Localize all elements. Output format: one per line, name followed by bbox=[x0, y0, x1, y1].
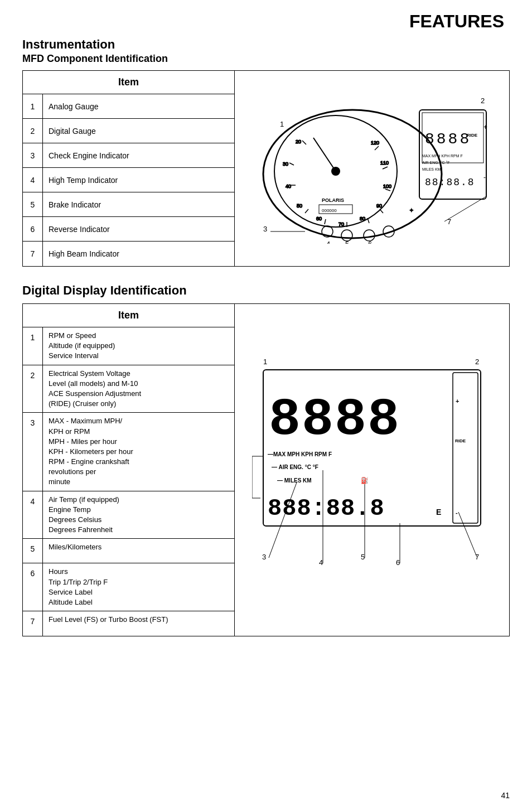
svg-line-24 bbox=[383, 167, 388, 169]
svg-text:+: + bbox=[456, 398, 459, 404]
svg-text:50: 50 bbox=[297, 203, 302, 209]
row-number: 3 bbox=[23, 413, 43, 490]
table-row: 4 Air Temp (if equipped)Engine TempDegre… bbox=[23, 491, 234, 539]
row-number: 5 bbox=[23, 539, 43, 563]
svg-text:+: + bbox=[483, 123, 487, 131]
svg-line-52 bbox=[444, 196, 486, 221]
svg-point-27 bbox=[331, 167, 340, 176]
table-row: 3 MAX - Maximum MPH/ KPH or RPMMPH - Mil… bbox=[23, 413, 234, 491]
row-number: 5 bbox=[23, 192, 43, 216]
svg-text:MILES KM: MILES KM bbox=[422, 167, 441, 171]
row-number: 1 bbox=[23, 327, 43, 365]
row-label: Analog Gauge bbox=[43, 98, 234, 115]
svg-text:AIR  ENG. °C °F: AIR ENG. °C °F bbox=[422, 161, 450, 165]
table-row: 2 Electrical System VoltageLevel (all mo… bbox=[23, 365, 234, 413]
row-label: HoursTrip 1/Trip 2/Trip FService LabelAl… bbox=[43, 563, 234, 611]
svg-text:5: 5 bbox=[345, 240, 349, 244]
svg-text:— AIR  ENG. °C °F: — AIR ENG. °C °F bbox=[272, 464, 318, 470]
digital-table-header: Item bbox=[23, 304, 234, 327]
table-row: 1 RPM or SpeedAltitude (if equipped)Serv… bbox=[23, 327, 234, 365]
svg-line-19 bbox=[325, 219, 326, 224]
table-row: 2 Digital Gauge bbox=[23, 119, 234, 143]
row-label: Miles/Kilometers bbox=[43, 539, 234, 556]
svg-text:⛽: ⛽ bbox=[361, 476, 369, 484]
row-label: Brake Indicator bbox=[43, 196, 234, 214]
row-number: 6 bbox=[23, 217, 43, 241]
table-row: 3 Check Engine Indicator bbox=[23, 143, 234, 168]
digital-display-diagram: 1 2 8888 + RIDE - —MAX MPH KPH RPM F — A… bbox=[235, 304, 509, 636]
svg-text:3: 3 bbox=[263, 225, 267, 233]
svg-text:6: 6 bbox=[368, 240, 372, 244]
svg-text:80: 80 bbox=[360, 216, 365, 221]
digital-identification-table: Item 1 RPM or SpeedAltitude (if equipped… bbox=[22, 303, 510, 636]
svg-line-79 bbox=[458, 512, 477, 557]
svg-point-44 bbox=[364, 230, 375, 241]
instrumentation-subtitle: MFD Component Identification bbox=[22, 53, 510, 65]
svg-line-16 bbox=[289, 163, 294, 165]
table-row: 6 Reverse Indicator bbox=[23, 217, 234, 242]
svg-point-43 bbox=[341, 230, 352, 241]
svg-text:4: 4 bbox=[319, 558, 323, 567]
svg-line-18 bbox=[305, 209, 308, 213]
svg-text:MAX MPH KPH RPM F: MAX MPH KPH RPM F bbox=[422, 154, 463, 158]
svg-text:8888: 8888 bbox=[269, 390, 400, 450]
row-number: 4 bbox=[23, 168, 43, 192]
svg-text:1: 1 bbox=[280, 120, 284, 128]
svg-text:3: 3 bbox=[262, 553, 266, 561]
svg-text:70: 70 bbox=[338, 221, 344, 227]
svg-text:1: 1 bbox=[263, 358, 267, 366]
svg-text:✦: ✦ bbox=[408, 206, 415, 215]
table-row: 5 Brake Indicator bbox=[23, 192, 234, 217]
svg-line-22 bbox=[380, 209, 383, 213]
row-label: RPM or SpeedAltitude (if equipped)Servic… bbox=[43, 327, 234, 365]
digital-item-table: Item 1 RPM or SpeedAltitude (if equipped… bbox=[23, 304, 235, 636]
row-number: 4 bbox=[23, 491, 43, 539]
mfd-item-table: Item 1 Analog Gauge 2 Digital Gauge 3 Ch… bbox=[23, 71, 235, 266]
svg-text:60: 60 bbox=[316, 216, 322, 221]
row-label: Electrical System VoltageLevel (all mode… bbox=[43, 365, 234, 413]
svg-rect-57 bbox=[453, 373, 478, 523]
svg-line-25 bbox=[375, 146, 379, 150]
svg-point-2 bbox=[263, 110, 442, 238]
svg-text:—MAX MPH KPH RPM F: —MAX MPH KPH RPM F bbox=[268, 451, 332, 457]
row-label: Fuel Level (FS) or Turbo Boost (FST) bbox=[43, 611, 234, 628]
mfd-diagram: 2 1 20 30 40 50 60 70 80 90 100 110 120 bbox=[235, 71, 509, 266]
digital-diagram-svg: 1 2 8888 + RIDE - —MAX MPH KPH RPM F — A… bbox=[252, 353, 492, 587]
svg-text:100: 100 bbox=[383, 184, 391, 189]
svg-text:888:88.8: 888:88.8 bbox=[268, 495, 385, 522]
table-row: 5 Miles/Kilometers bbox=[23, 539, 234, 563]
svg-text:8888: 8888 bbox=[425, 131, 471, 148]
svg-text:RIDE: RIDE bbox=[455, 438, 466, 443]
row-number: 7 bbox=[23, 242, 43, 266]
row-number: 7 bbox=[23, 611, 43, 636]
row-label: Check Engine Indicator bbox=[43, 147, 234, 165]
table-row: 1 Analog Gauge bbox=[23, 94, 234, 119]
mfd-identification-table: Item 1 Analog Gauge 2 Digital Gauge 3 Ch… bbox=[22, 70, 510, 267]
svg-text:-: - bbox=[456, 509, 458, 516]
svg-line-15 bbox=[302, 141, 306, 144]
row-number: 2 bbox=[23, 365, 43, 413]
svg-text:E: E bbox=[436, 508, 441, 516]
mfd-table-header: Item bbox=[23, 71, 234, 94]
svg-text:RIDE: RIDE bbox=[467, 133, 478, 138]
page-title: FEATURES bbox=[22, 11, 510, 32]
row-label: High Beam Indicator bbox=[43, 245, 234, 263]
table-row: 6 HoursTrip 1/Trip 2/Trip FService Label… bbox=[23, 563, 234, 611]
row-label: Reverse Indicator bbox=[43, 220, 234, 238]
table-row: 7 Fuel Level (FS) or Turbo Boost (FST) bbox=[23, 611, 234, 636]
svg-text:6: 6 bbox=[396, 558, 400, 567]
row-number: 1 bbox=[23, 94, 43, 118]
svg-line-23 bbox=[385, 189, 390, 191]
row-label: MAX - Maximum MPH/ KPH or RPMMPH - Miles… bbox=[43, 413, 234, 490]
table-row: 4 High Temp Indicator bbox=[23, 168, 234, 192]
row-label: High Temp Indicator bbox=[43, 171, 234, 189]
row-number: 3 bbox=[23, 143, 43, 167]
svg-text:90: 90 bbox=[376, 203, 382, 209]
mfd-diagram-svg: 2 1 20 30 40 50 60 70 80 90 100 110 120 bbox=[249, 93, 495, 244]
svg-text:120: 120 bbox=[371, 140, 379, 146]
row-label: Air Temp (if equipped)Engine TempDegrees… bbox=[43, 491, 234, 539]
svg-text:2: 2 bbox=[481, 96, 485, 105]
svg-text:POLARIS: POLARIS bbox=[322, 197, 344, 203]
svg-text:000000: 000000 bbox=[322, 208, 337, 213]
svg-line-26 bbox=[313, 138, 336, 171]
